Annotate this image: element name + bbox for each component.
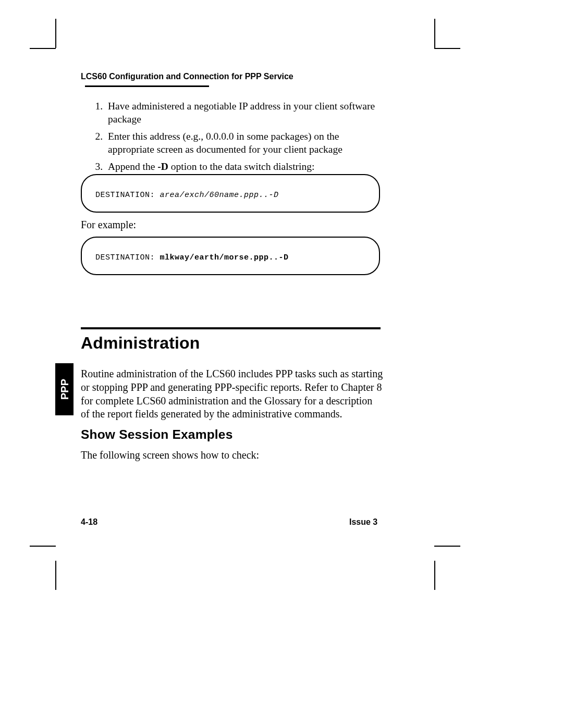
section-rule (81, 327, 381, 329)
section-heading: Administration (81, 334, 383, 353)
crop-mark (434, 19, 435, 48)
section-body: Routine administration of the LCS60 incl… (81, 367, 383, 421)
crop-mark (434, 546, 460, 547)
page-number: 4-18 (81, 517, 97, 527)
instruction-list: 1. Have administered a negotiable IP add… (81, 100, 383, 178)
page: LCS60 Configuration and Connection for P… (0, 0, 563, 728)
running-head-text: LCS60 Configuration and Connection for P… (81, 72, 293, 81)
list-text: Enter this address (e.g., 0.0.0.0 in som… (108, 130, 383, 156)
terminal-prompt: DESTINATION: (95, 191, 160, 200)
terminal-arg: mlkway/earth/morse.ppp..-D (160, 253, 289, 262)
terminal-box: DESTINATION: mlkway/earth/morse.ppp..-D (81, 237, 380, 275)
crop-mark (434, 561, 435, 590)
issue-label: Issue 3 (349, 517, 377, 527)
crop-mark (30, 546, 56, 547)
list-item: 1. Have administered a negotiable IP add… (81, 100, 383, 126)
thumb-tab-label: PPP (58, 379, 70, 400)
crop-mark (55, 19, 56, 48)
list-text-post: option to the data switch dialstring: (168, 161, 315, 172)
list-text: Have administered a negotiable IP addres… (108, 100, 383, 126)
list-text-pre: Append the (108, 161, 157, 172)
list-number: 2. (81, 130, 108, 156)
crop-mark (55, 561, 56, 590)
thumb-tab: PPP (55, 363, 74, 415)
subsection-body: The following screen shows how to check: (81, 449, 383, 461)
d-option: -D (157, 161, 168, 172)
running-head-rule (85, 85, 209, 87)
for-example-label: For example: (81, 219, 383, 231)
list-number: 3. (81, 161, 108, 174)
terminal-prompt: DESTINATION: (95, 253, 160, 262)
list-item: 2. Enter this address (e.g., 0.0.0.0 in … (81, 130, 383, 156)
crop-mark (30, 48, 56, 49)
list-text: Append the -D option to the data switch … (108, 161, 383, 174)
terminal-arg: area/exch/60name.ppp..-D (160, 191, 279, 200)
list-item: 3. Append the -D option to the data swit… (81, 161, 383, 174)
subsection-heading: Show Session Examples (81, 427, 383, 442)
crop-mark (434, 48, 460, 49)
list-number: 1. (81, 100, 108, 126)
terminal-box: DESTINATION: area/exch/60name.ppp..-D (81, 174, 380, 213)
running-head: LCS60 Configuration and Connection for P… (81, 72, 383, 91)
